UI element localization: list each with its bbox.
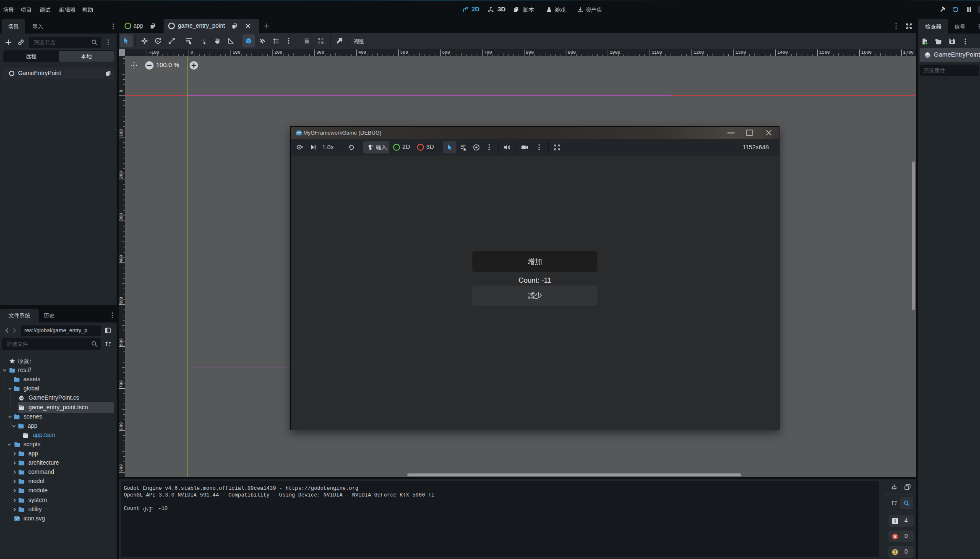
svg-text:c#: c# bbox=[926, 54, 930, 57]
svg-text:c#: c# bbox=[20, 397, 23, 400]
